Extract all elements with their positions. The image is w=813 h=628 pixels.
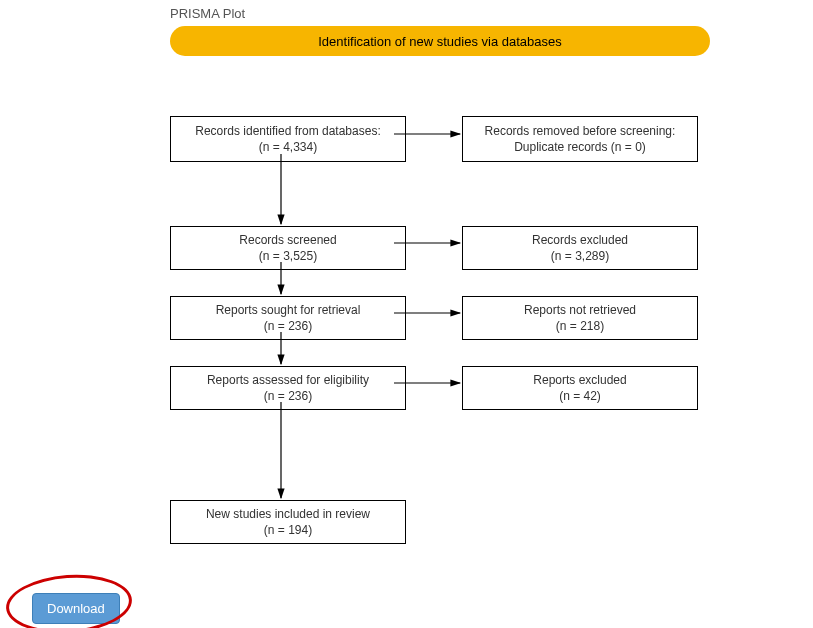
box-records-excluded: Records excluded (n = 3,289) <box>462 226 698 270</box>
box-line-2: (n = 4,334) <box>259 139 317 155</box>
box-records-identified: Records identified from databases: (n = … <box>170 116 406 162</box>
box-line-1: Reports assessed for eligibility <box>207 372 369 388</box>
box-studies-included: New studies included in review (n = 194) <box>170 500 406 544</box>
box-line-1: Records excluded <box>532 232 628 248</box>
box-line-1: Reports excluded <box>533 372 626 388</box>
box-reports-excluded: Reports excluded (n = 42) <box>462 366 698 410</box>
box-line-1: New studies included in review <box>206 506 370 522</box>
box-line-1: Records identified from databases: <box>195 123 380 139</box>
box-reports-sought: Reports sought for retrieval (n = 236) <box>170 296 406 340</box>
phase-banner-identification: Identification of new studies via databa… <box>170 26 710 56</box>
box-line-2: (n = 42) <box>559 388 601 404</box>
download-button[interactable]: Download <box>32 593 120 624</box>
box-line-1: Records removed before screening: <box>485 123 676 139</box>
box-line-2: (n = 194) <box>264 522 312 538</box>
box-reports-not-retrieved: Reports not retrieved (n = 218) <box>462 296 698 340</box>
box-records-removed: Records removed before screening: Duplic… <box>462 116 698 162</box>
box-line-2: (n = 218) <box>556 318 604 334</box>
box-line-2: (n = 236) <box>264 318 312 334</box>
box-line-1: Records screened <box>239 232 336 248</box>
box-line-2: (n = 3,289) <box>551 248 609 264</box>
box-line-1: Reports not retrieved <box>524 302 636 318</box>
box-reports-assessed: Reports assessed for eligibility (n = 23… <box>170 366 406 410</box>
box-line-2: Duplicate records (n = 0) <box>514 139 646 155</box>
plot-title: PRISMA Plot <box>170 6 245 21</box>
prisma-plot-container: PRISMA Plot Identification of new studie… <box>0 0 813 628</box>
box-line-2: (n = 3,525) <box>259 248 317 264</box>
box-records-screened: Records screened (n = 3,525) <box>170 226 406 270</box>
box-line-1: Reports sought for retrieval <box>216 302 361 318</box>
box-line-2: (n = 236) <box>264 388 312 404</box>
